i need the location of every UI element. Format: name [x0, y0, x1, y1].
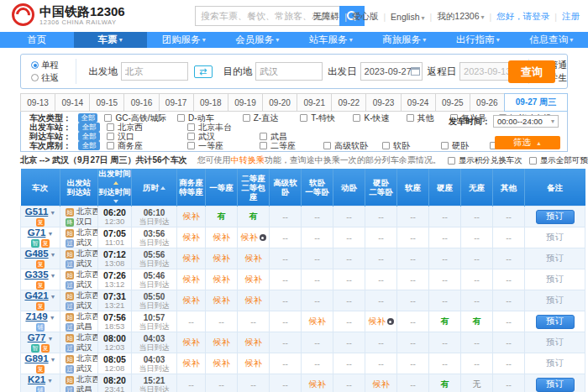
filter-option[interactable]: 高级软卧 — [323, 140, 382, 152]
filter-option[interactable]: 二等座 — [260, 140, 323, 152]
seat-cell: -- — [397, 374, 429, 392]
date-tab[interactable]: 09-13 — [20, 93, 55, 112]
date-tab-selected[interactable]: 09-27 周三 — [504, 93, 568, 112]
filter-panel: 车次类型：全部GC-高铁/城际D-动车Z-直达T-特快K-快速其他复兴号智能动车… — [20, 112, 568, 152]
date-tab[interactable]: 09-21 — [297, 93, 332, 112]
chevron-down-icon[interactable]: ▼ — [47, 231, 53, 237]
chevron-down-icon[interactable]: ▼ — [50, 357, 56, 363]
seat-status: -- — [346, 317, 352, 327]
stations-cell: 始 北京西过 武汉 — [60, 332, 98, 353]
nav-item-label: 首页 — [27, 34, 46, 46]
query-button[interactable]: 查询 — [508, 60, 555, 83]
display-toggle[interactable]: 显示积分兑换车次 — [448, 155, 522, 166]
train-number-link[interactable]: G511 — [25, 206, 49, 217]
nav-item-station-services[interactable]: 站车服务▾ — [294, 32, 368, 48]
filter-all-button[interactable]: 全部 — [78, 141, 100, 150]
chevron-down-icon[interactable]: ▼ — [50, 210, 55, 216]
link-my-12306[interactable]: 我的12306▾ — [437, 11, 484, 23]
nav-item-business-services[interactable]: 商旅服务▾ — [368, 32, 442, 48]
link-accessibility[interactable]: 无障碍 — [313, 11, 340, 23]
seat-status: -- — [506, 212, 512, 222]
date-tab[interactable]: 09-15 — [89, 93, 124, 112]
chevron-down-icon[interactable]: ▼ — [50, 273, 56, 279]
filter-option[interactable]: 商务座 — [107, 140, 187, 152]
trip-type-radio[interactable]: 往返 — [31, 71, 69, 84]
date-tab[interactable]: 09-14 — [55, 93, 90, 112]
date-tab[interactable]: 09-23 — [365, 93, 401, 112]
radio-label: 单程 — [41, 59, 59, 71]
sort-desc-icon[interactable] — [113, 200, 118, 203]
book-button[interactable]: 预订 — [536, 210, 575, 224]
seat-cell: -- — [429, 290, 461, 311]
to-city-input[interactable] — [255, 62, 323, 81]
date-tab[interactable]: 09-17 — [159, 93, 194, 112]
train-number-link[interactable]: K21 — [28, 374, 45, 384]
train-number-link[interactable]: G485 — [24, 248, 48, 259]
filter-option[interactable]: K-快速 — [353, 112, 406, 124]
col-seat-10: 其他 — [493, 169, 525, 206]
train-badge-icon: 复 — [36, 281, 45, 290]
transfer-link[interactable]: 中转换乘 — [231, 155, 265, 165]
seat-status: -- — [506, 359, 512, 368]
nav-item-travel-guide[interactable]: 出行指南▾ — [441, 32, 515, 48]
train-number-link[interactable]: G421 — [24, 290, 48, 301]
nav-item-info-query[interactable]: 信息查询▾ — [515, 32, 588, 48]
train-number-link[interactable]: G891 — [24, 353, 48, 363]
sort-asc-icon[interactable] — [113, 181, 118, 185]
date-tab[interactable]: 09-24 — [401, 93, 436, 112]
nav-item-member-services[interactable]: 会员服务▾ — [221, 32, 295, 48]
date-tab[interactable]: 09-20 — [262, 93, 297, 112]
nav-item-home[interactable]: 首页 — [0, 32, 74, 48]
train-badge-icon: 智 — [31, 239, 39, 248]
date-tab[interactable]: 09-22 — [331, 93, 366, 112]
filter-option[interactable]: 硬卧 — [441, 140, 490, 152]
chevron-down-icon[interactable]: ▼ — [50, 294, 56, 300]
train-number-link[interactable]: Z149 — [25, 311, 47, 321]
chevron-down-icon[interactable]: ▼ — [47, 336, 53, 342]
seat-cell: 候补 — [238, 248, 270, 269]
link-care-version[interactable]: 爱心版 — [352, 11, 379, 23]
filter-all-button[interactable]: 全部 — [78, 132, 100, 141]
chevron-down-icon[interactable]: ▼ — [50, 252, 56, 258]
date-tab[interactable]: 09-16 — [123, 93, 159, 112]
result-summary: 北京 --> 武汉（9月27日 周三）共计56个车次 您可使用中转换乘功能，查询… — [20, 152, 568, 169]
remark-cell: 预订 — [525, 374, 585, 392]
depart-date-label: 出发日 — [328, 65, 357, 78]
train-number-link[interactable]: G335 — [24, 269, 48, 280]
seat-status: -- — [346, 212, 352, 222]
date-tab[interactable]: 09-19 — [228, 93, 263, 112]
chevron-down-icon[interactable]: ▼ — [50, 315, 55, 321]
swap-stations-icon[interactable]: ⇄ — [194, 65, 213, 78]
filter-option[interactable]: 一等座 — [187, 140, 260, 152]
nav-item-tickets[interactable]: 车票▾ — [74, 32, 148, 48]
filter-all-button[interactable]: 全部 — [78, 113, 97, 123]
display-toggle[interactable]: 显示全部可预订车次 — [529, 155, 588, 166]
date-tab[interactable]: 09-26 — [470, 93, 505, 112]
filter-all-button[interactable]: 全部 — [78, 123, 100, 132]
seat-cell: -- — [270, 269, 302, 290]
seat-status: -- — [410, 317, 416, 327]
train-number-link[interactable]: G77 — [28, 332, 46, 342]
filter-option[interactable]: 其他 — [407, 112, 450, 124]
nav-item-group-services[interactable]: 团购服务▾ — [147, 32, 221, 48]
filter-option[interactable]: T-特快 — [300, 112, 353, 124]
filter-option[interactable]: 软卧 — [382, 140, 441, 152]
train-number-link[interactable]: G71 — [28, 227, 46, 238]
from-city-input[interactable] — [121, 62, 188, 81]
date-tab[interactable]: 09-18 — [193, 93, 228, 112]
link-login[interactable]: 您好，请登录 — [496, 11, 549, 23]
link-language[interactable]: English▾ — [391, 12, 424, 22]
book-button[interactable]: 预订 — [536, 378, 575, 392]
filter-button[interactable]: 筛选▲ — [495, 136, 560, 149]
date-tab[interactable]: 09-25 — [435, 93, 470, 112]
seat-cell: 候补 — [238, 227, 270, 248]
train-row: G71▼智复始 北京西过 武汉07:0511:0103:56当日到达候补候补候补… — [21, 227, 585, 248]
sort-asc-icon[interactable] — [160, 186, 165, 190]
duration-cell: 03:56当日到达 — [132, 227, 177, 248]
book-button[interactable]: 预订 — [536, 315, 575, 329]
checkbox-icon — [529, 157, 537, 165]
depart-time-select[interactable]: 00:00--24:00▾ — [493, 115, 559, 128]
chevron-down-icon[interactable]: ▼ — [47, 378, 53, 384]
trip-type-radio[interactable]: 单程 — [31, 59, 69, 71]
link-register[interactable]: 注册 — [562, 11, 580, 23]
